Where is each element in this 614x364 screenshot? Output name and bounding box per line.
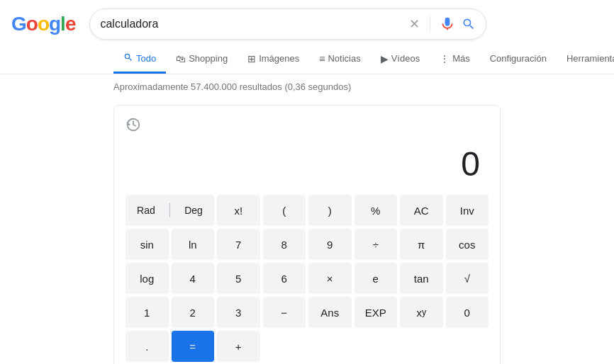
ac-button[interactable]: AC [400, 195, 443, 226]
search-icon [123, 52, 133, 64]
ans-button[interactable]: Ans [308, 297, 352, 328]
ln-button[interactable]: ln [172, 229, 215, 260]
xfact-button[interactable]: x! [217, 195, 260, 226]
xpowy-button[interactable]: xy [400, 297, 443, 328]
rad-deg-button[interactable]: Rad Deg [125, 195, 214, 226]
tab-noticias[interactable]: ≡ Noticias [309, 46, 370, 74]
more-icon: ⋮ [440, 53, 450, 64]
cos-button[interactable]: cos [446, 229, 489, 260]
rparen-button[interactable]: ) [308, 195, 352, 226]
four-button[interactable]: 4 [172, 263, 215, 294]
inv-button[interactable]: Inv [446, 195, 489, 226]
add-button[interactable]: + [217, 331, 260, 362]
lparen-button[interactable]: ( [263, 195, 306, 226]
tab-shopping-label: Shopping [189, 53, 228, 64]
tab-mas-label: Más [452, 53, 470, 64]
tab-imagenes[interactable]: ⊞ Imágenes [238, 46, 309, 74]
header: Google ✕ [0, 0, 614, 45]
pi-button[interactable]: π [400, 229, 443, 260]
search-button[interactable] [462, 17, 476, 31]
nav-tabs: Todo 🛍 Shopping ⊞ Imágenes ≡ Noticias ▶ … [0, 45, 614, 74]
exp-button[interactable]: EXP [355, 297, 398, 328]
divide-button[interactable]: ÷ [355, 229, 398, 260]
clear-button[interactable]: ✕ [408, 15, 421, 33]
tab-herramientas[interactable]: Herramientas [557, 46, 614, 73]
search-input[interactable] [100, 18, 402, 30]
two-button[interactable]: 2 [172, 297, 215, 328]
tab-todo[interactable]: Todo [113, 45, 166, 74]
tab-imagenes-label: Imágenes [259, 53, 299, 64]
tab-videos-label: Vídeos [391, 53, 420, 64]
history-icon[interactable] [125, 117, 489, 136]
video-icon: ▶ [381, 53, 389, 64]
images-icon: ⊞ [247, 53, 256, 64]
search-bar: ✕ [89, 8, 486, 40]
shopping-icon: 🛍 [176, 53, 186, 64]
sqrt-button[interactable]: √ [446, 263, 489, 294]
multiply-button[interactable]: × [308, 263, 352, 294]
deg-label: Deg [180, 202, 207, 219]
percent-button[interactable]: % [355, 195, 398, 226]
results-info: Aproximadamente 57.400.000 resultados (0… [0, 74, 614, 99]
tab-noticias-label: Noticias [328, 53, 360, 64]
three-button[interactable]: 3 [217, 297, 260, 328]
tab-todo-label: Todo [136, 53, 156, 64]
tan-button[interactable]: tan [400, 263, 443, 294]
one-button[interactable]: 1 [125, 297, 169, 328]
calc-display: 0 [125, 139, 489, 195]
e-button[interactable]: e [355, 263, 398, 294]
tab-herramientas-label: Herramientas [566, 53, 614, 64]
seven-button[interactable]: 7 [217, 229, 260, 260]
eight-button[interactable]: 8 [263, 229, 306, 260]
tab-mas[interactable]: ⋮ Más [430, 46, 480, 74]
subtract-button[interactable]: − [263, 297, 306, 328]
google-logo: Google [11, 13, 75, 35]
news-icon: ≡ [319, 53, 325, 64]
log-button[interactable]: log [125, 263, 169, 294]
nine-button[interactable]: 9 [308, 229, 352, 260]
zero-button[interactable]: 0 [446, 297, 489, 328]
calculator-card: 0 Rad Deg x! ( ) % AC Inv sin ln 7 8 9 ÷… [113, 105, 501, 364]
rad-label: Rad [133, 202, 160, 219]
six-button[interactable]: 6 [263, 263, 306, 294]
rad-deg-divider [169, 203, 170, 217]
tab-shopping[interactable]: 🛍 Shopping [166, 46, 238, 74]
tab-videos[interactable]: ▶ Vídeos [371, 46, 430, 74]
dot-button[interactable]: . [125, 331, 169, 362]
mic-button[interactable] [439, 16, 456, 33]
sin-button[interactable]: sin [125, 229, 169, 260]
equals-button[interactable]: = [172, 331, 215, 362]
five-button[interactable]: 5 [217, 263, 260, 294]
tab-configuracion[interactable]: Configuración [480, 46, 557, 73]
calc-grid: Rad Deg x! ( ) % AC Inv sin ln 7 8 9 ÷ π… [125, 195, 489, 362]
tab-configuracion-label: Configuración [490, 53, 547, 64]
